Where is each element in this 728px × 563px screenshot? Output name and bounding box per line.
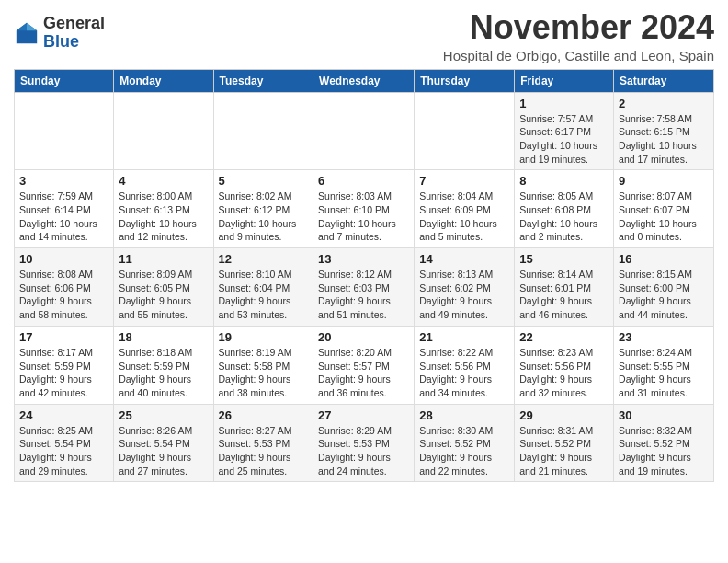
calendar-cell: 11Sunrise: 8:09 AM Sunset: 6:05 PM Dayli…	[114, 248, 213, 327]
calendar-cell: 21Sunrise: 8:22 AM Sunset: 5:56 PM Dayli…	[415, 326, 515, 404]
day-number: 19	[219, 330, 309, 344]
day-info: Sunrise: 8:22 AM Sunset: 5:56 PM Dayligh…	[419, 346, 509, 400]
week-row-4: 17Sunrise: 8:17 AM Sunset: 5:59 PM Dayli…	[15, 326, 714, 404]
calendar-cell: 19Sunrise: 8:19 AM Sunset: 5:58 PM Dayli…	[213, 326, 313, 404]
header-wednesday: Wednesday	[313, 69, 415, 92]
day-info: Sunrise: 8:27 AM Sunset: 5:53 PM Dayligh…	[219, 424, 309, 478]
day-number: 9	[619, 174, 709, 188]
day-info: Sunrise: 8:19 AM Sunset: 5:58 PM Dayligh…	[219, 346, 309, 400]
week-row-1: 1Sunrise: 7:57 AM Sunset: 6:17 PM Daylig…	[15, 92, 714, 170]
header: General Blue November 2024 Hospital de O…	[14, 9, 714, 63]
calendar-cell: 30Sunrise: 8:32 AM Sunset: 5:52 PM Dayli…	[614, 404, 714, 482]
header-thursday: Thursday	[415, 69, 515, 92]
day-info: Sunrise: 7:59 AM Sunset: 6:14 PM Dayligh…	[19, 190, 108, 244]
day-number: 27	[318, 408, 409, 422]
day-info: Sunrise: 8:05 AM Sunset: 6:08 PM Dayligh…	[519, 190, 609, 244]
day-info: Sunrise: 8:14 AM Sunset: 6:01 PM Dayligh…	[519, 268, 609, 322]
day-number: 5	[219, 174, 309, 188]
calendar-cell: 16Sunrise: 8:15 AM Sunset: 6:00 PM Dayli…	[614, 248, 714, 327]
day-number: 2	[619, 97, 709, 110]
calendar-cell	[213, 92, 313, 170]
day-info: Sunrise: 8:29 AM Sunset: 5:53 PM Dayligh…	[318, 424, 409, 478]
month-title: November 2024	[443, 9, 714, 46]
calendar-cell	[415, 92, 515, 170]
header-sunday: Sunday	[15, 69, 114, 92]
calendar-cell: 20Sunrise: 8:20 AM Sunset: 5:57 PM Dayli…	[313, 326, 415, 404]
day-info: Sunrise: 8:09 AM Sunset: 6:05 PM Dayligh…	[119, 268, 208, 322]
calendar-table: Sunday Monday Tuesday Wednesday Thursday…	[14, 69, 714, 483]
svg-marker-1	[27, 23, 37, 30]
calendar-cell: 28Sunrise: 8:30 AM Sunset: 5:52 PM Dayli…	[415, 404, 515, 482]
day-number: 6	[318, 174, 409, 188]
day-number: 16	[619, 252, 709, 266]
day-number: 25	[119, 408, 208, 422]
title-block: November 2024 Hospital de Orbigo, Castil…	[443, 9, 714, 63]
calendar-cell: 23Sunrise: 8:24 AM Sunset: 5:55 PM Dayli…	[614, 326, 714, 404]
day-number: 18	[119, 330, 208, 344]
day-number: 24	[19, 408, 108, 422]
day-info: Sunrise: 8:12 AM Sunset: 6:03 PM Dayligh…	[318, 268, 409, 322]
calendar-cell: 4Sunrise: 8:00 AM Sunset: 6:13 PM Daylig…	[114, 170, 213, 248]
day-info: Sunrise: 8:18 AM Sunset: 5:59 PM Dayligh…	[119, 346, 208, 400]
day-info: Sunrise: 8:24 AM Sunset: 5:55 PM Dayligh…	[619, 346, 709, 400]
day-info: Sunrise: 7:58 AM Sunset: 6:15 PM Dayligh…	[619, 112, 709, 167]
day-info: Sunrise: 8:04 AM Sunset: 6:09 PM Dayligh…	[419, 190, 509, 244]
day-number: 26	[219, 408, 309, 422]
day-info: Sunrise: 8:30 AM Sunset: 5:52 PM Dayligh…	[419, 424, 509, 478]
calendar-cell: 6Sunrise: 8:03 AM Sunset: 6:10 PM Daylig…	[313, 170, 415, 248]
week-row-5: 24Sunrise: 8:25 AM Sunset: 5:54 PM Dayli…	[15, 404, 714, 482]
calendar-cell: 24Sunrise: 8:25 AM Sunset: 5:54 PM Dayli…	[15, 404, 114, 482]
day-info: Sunrise: 8:17 AM Sunset: 5:59 PM Dayligh…	[19, 346, 108, 400]
week-row-2: 3Sunrise: 7:59 AM Sunset: 6:14 PM Daylig…	[15, 170, 714, 248]
calendar-cell: 1Sunrise: 7:57 AM Sunset: 6:17 PM Daylig…	[515, 92, 614, 170]
day-number: 10	[19, 252, 108, 266]
day-number: 11	[119, 252, 208, 266]
header-friday: Friday	[515, 69, 614, 92]
logo-text: General Blue	[43, 15, 105, 52]
day-number: 12	[219, 252, 309, 266]
calendar-cell: 26Sunrise: 8:27 AM Sunset: 5:53 PM Dayli…	[213, 404, 313, 482]
header-monday: Monday	[114, 69, 213, 92]
day-number: 15	[519, 252, 609, 266]
week-row-3: 10Sunrise: 8:08 AM Sunset: 6:06 PM Dayli…	[15, 248, 714, 327]
calendar-cell	[114, 92, 213, 170]
calendar-cell: 3Sunrise: 7:59 AM Sunset: 6:14 PM Daylig…	[15, 170, 114, 248]
calendar-cell: 29Sunrise: 8:31 AM Sunset: 5:52 PM Dayli…	[515, 404, 614, 482]
day-info: Sunrise: 7:57 AM Sunset: 6:17 PM Dayligh…	[519, 112, 609, 167]
logo-general: General	[43, 15, 105, 33]
calendar-cell: 2Sunrise: 7:58 AM Sunset: 6:15 PM Daylig…	[614, 92, 714, 170]
day-number: 1	[519, 97, 609, 110]
day-info: Sunrise: 8:15 AM Sunset: 6:00 PM Dayligh…	[619, 268, 709, 322]
day-info: Sunrise: 8:13 AM Sunset: 6:02 PM Dayligh…	[419, 268, 509, 322]
day-info: Sunrise: 8:25 AM Sunset: 5:54 PM Dayligh…	[19, 424, 108, 478]
day-number: 29	[519, 408, 609, 422]
logo-icon	[14, 20, 40, 46]
day-number: 17	[19, 330, 108, 344]
day-number: 13	[318, 252, 409, 266]
day-info: Sunrise: 8:10 AM Sunset: 6:04 PM Dayligh…	[219, 268, 309, 322]
day-info: Sunrise: 8:00 AM Sunset: 6:13 PM Dayligh…	[119, 190, 208, 244]
location-title: Hospital de Orbigo, Castille and Leon, S…	[443, 48, 714, 63]
day-info: Sunrise: 8:02 AM Sunset: 6:12 PM Dayligh…	[219, 190, 309, 244]
header-tuesday: Tuesday	[213, 69, 313, 92]
calendar-cell: 14Sunrise: 8:13 AM Sunset: 6:02 PM Dayli…	[415, 248, 515, 327]
day-number: 20	[318, 330, 409, 344]
day-info: Sunrise: 8:26 AM Sunset: 5:54 PM Dayligh…	[119, 424, 208, 478]
calendar-cell: 15Sunrise: 8:14 AM Sunset: 6:01 PM Dayli…	[515, 248, 614, 327]
day-info: Sunrise: 8:08 AM Sunset: 6:06 PM Dayligh…	[19, 268, 108, 322]
day-number: 8	[519, 174, 609, 188]
calendar-cell: 5Sunrise: 8:02 AM Sunset: 6:12 PM Daylig…	[213, 170, 313, 248]
calendar-cell: 17Sunrise: 8:17 AM Sunset: 5:59 PM Dayli…	[15, 326, 114, 404]
day-number: 21	[419, 330, 509, 344]
calendar-cell: 18Sunrise: 8:18 AM Sunset: 5:59 PM Dayli…	[114, 326, 213, 404]
day-number: 3	[19, 174, 108, 188]
calendar-cell: 12Sunrise: 8:10 AM Sunset: 6:04 PM Dayli…	[213, 248, 313, 327]
calendar-cell: 13Sunrise: 8:12 AM Sunset: 6:03 PM Dayli…	[313, 248, 415, 327]
day-info: Sunrise: 8:31 AM Sunset: 5:52 PM Dayligh…	[519, 424, 609, 478]
page-container: General Blue November 2024 Hospital de O…	[0, 0, 728, 491]
day-info: Sunrise: 8:03 AM Sunset: 6:10 PM Dayligh…	[318, 190, 409, 244]
calendar-cell	[313, 92, 415, 170]
calendar-cell: 7Sunrise: 8:04 AM Sunset: 6:09 PM Daylig…	[415, 170, 515, 248]
day-number: 23	[619, 330, 709, 344]
calendar-cell: 22Sunrise: 8:23 AM Sunset: 5:56 PM Dayli…	[515, 326, 614, 404]
